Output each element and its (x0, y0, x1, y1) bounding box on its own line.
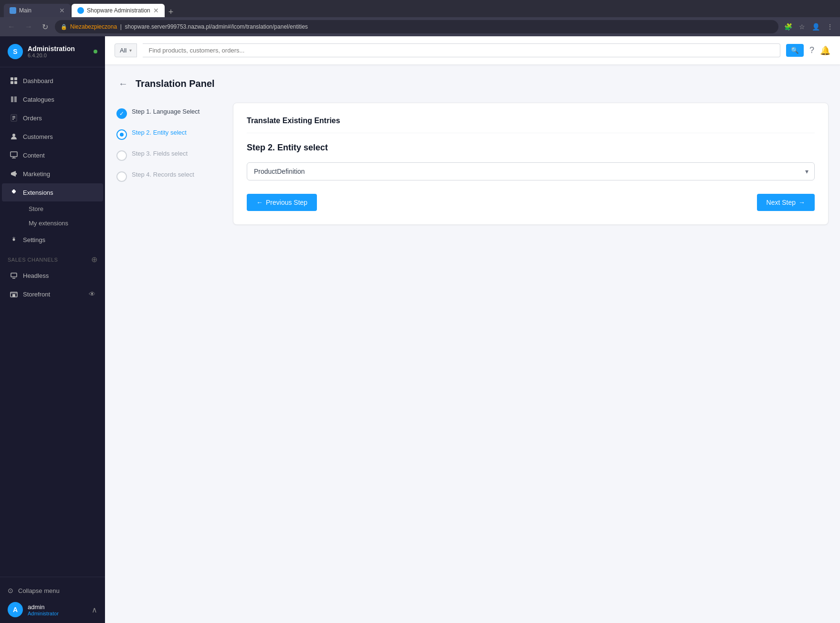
page-content: ← Translation Panel ✓ Step 1. Language S… (105, 65, 840, 623)
page-title: Translation Panel (136, 78, 215, 89)
user-section[interactable]: A admin Administrator ∧ (8, 598, 97, 617)
back-button[interactable]: ← (116, 76, 130, 91)
new-tab-button[interactable]: + (166, 7, 177, 17)
reload-nav-button[interactable]: ↻ (39, 21, 51, 33)
sidebar-item-store[interactable]: Store (23, 202, 103, 216)
user-chevron-icon[interactable]: ∧ (92, 605, 97, 614)
step-3-item[interactable]: Step 3. Fields select (116, 145, 221, 166)
sidebar-app-name: Administration (28, 45, 75, 53)
next-arrow-icon: → (798, 199, 805, 206)
step-4-indicator (116, 171, 127, 182)
sidebar-item-label-settings: Settings (23, 236, 45, 243)
sidebar-item-settings[interactable]: Settings (2, 231, 103, 249)
content-icon (10, 151, 18, 159)
search-type-chevron-icon: ▾ (129, 48, 132, 53)
step-2-indicator (116, 129, 127, 140)
app-layout: S Administration 6.4.20.0 Dashboard Cata… (0, 36, 840, 623)
svg-rect-3 (14, 81, 17, 84)
user-avatar: A (8, 602, 23, 617)
main-area: All ▾ 🔍 ? 🔔 ← Translation Panel (105, 36, 840, 623)
back-nav-button[interactable]: ← (5, 21, 18, 33)
profile-btn[interactable]: 👤 (810, 21, 822, 32)
add-sales-channel-button[interactable]: ⊕ (91, 255, 98, 264)
online-indicator (94, 50, 97, 53)
sidebar-item-customers[interactable]: Customers (2, 127, 103, 146)
forward-nav-button[interactable]: → (22, 21, 35, 33)
address-box[interactable]: 🔒 Niezabezpieczona | shopware.server9997… (55, 20, 778, 33)
menu-btn[interactable]: ⋮ (825, 21, 835, 32)
step-1-indicator: ✓ (116, 108, 127, 119)
sales-channels-section: Sales Channels ⊕ (0, 249, 105, 266)
extensions-nav-icon (10, 188, 18, 197)
sidebar-header: S Administration 6.4.20.0 (0, 36, 105, 67)
next-step-button[interactable]: Next Step → (757, 194, 815, 211)
orders-icon (10, 114, 18, 122)
sidebar-item-extensions[interactable]: Extensions (2, 183, 103, 201)
browser-actions: 🧩 ☆ 👤 ⋮ (782, 21, 835, 32)
user-name: admin (28, 603, 59, 611)
step-1-item[interactable]: ✓ Step 1. Language Select (116, 103, 221, 124)
storefront-icon (10, 290, 18, 298)
entity-select[interactable]: ProductDefinition CategoryDefinition Ord… (247, 163, 814, 180)
sidebar-item-content[interactable]: Content (2, 146, 103, 164)
search-button[interactable]: 🔍 (786, 44, 804, 57)
sidebar-item-catalogues[interactable]: Catalogues (2, 90, 103, 108)
search-input[interactable] (148, 47, 774, 54)
sidebar-item-marketing[interactable]: Marketing (2, 165, 103, 183)
previous-step-button[interactable]: ← Previous Step (247, 194, 317, 211)
main-tab-label: Main (19, 7, 56, 14)
sidebar-item-label-store: Store (29, 205, 43, 212)
address-text: Niezabezpieczona | shopware.server999753… (70, 23, 773, 30)
button-row: ← Previous Step Next Step → (247, 194, 815, 211)
svg-rect-17 (12, 294, 15, 297)
sidebar-item-headless[interactable]: Headless (2, 266, 103, 285)
step-1-label: Step 1. Language Select (132, 107, 200, 116)
previous-step-label: Previous Step (266, 199, 307, 206)
entity-select-wrapper: ProductDefinition CategoryDefinition Ord… (247, 162, 815, 180)
step-2-item[interactable]: Step 2. Entity select (116, 124, 221, 145)
logo-letter: S (13, 48, 17, 55)
sidebar-nav: Dashboard Catalogues Orders Customers (0, 67, 105, 577)
sidebar-footer: ⊙ Collapse menu A admin Administrator ∧ (0, 577, 105, 623)
bookmark-btn[interactable]: ☆ (797, 21, 807, 32)
steps-sidebar: ✓ Step 1. Language Select Step 2. Entity… (116, 103, 221, 225)
sidebar-item-label-marketing: Marketing (23, 170, 50, 178)
search-type-select[interactable]: All ▾ (115, 43, 137, 57)
step-4-label: Step 4. Records select (132, 170, 194, 179)
sidebar-item-orders[interactable]: Orders (2, 109, 103, 127)
sidebar-item-dashboard[interactable]: Dashboard (2, 72, 103, 90)
headless-icon (10, 271, 18, 280)
sidebar-item-my-extensions[interactable]: My extensions (23, 216, 103, 230)
svg-rect-0 (10, 77, 13, 80)
user-role: Administrator (28, 611, 59, 616)
browser-chrome: Main ✕ Shopware Administration ✕ + (0, 0, 840, 17)
address-bar-row: ← → ↻ 🔒 Niezabezpieczona | shopware.serv… (0, 17, 840, 36)
step-2-label: Step 2. Entity select (132, 128, 187, 137)
search-icon: 🔍 (791, 47, 799, 54)
step-2-dot (120, 133, 124, 137)
step-4-item[interactable]: Step 4. Records select (116, 166, 221, 187)
sidebar-item-storefront[interactable]: Storefront 👁 (2, 285, 103, 303)
sidebar-item-label-orders: Orders (23, 115, 42, 122)
sidebar-item-label-catalogues: Catalogues (23, 96, 54, 103)
shopware-tab-close[interactable]: ✕ (153, 7, 159, 14)
extensions-btn[interactable]: 🧩 (782, 21, 794, 32)
sidebar-item-label-customers: Customers (23, 133, 53, 140)
help-button[interactable]: ? (809, 45, 814, 55)
browser-tab-main[interactable]: Main ✕ (4, 4, 71, 17)
sidebar-item-label-content: Content (23, 152, 45, 159)
step-heading: Step 2. Entity select (247, 143, 815, 153)
search-type-label: All (120, 47, 126, 54)
card-section-title: Translate Existing Entries (247, 116, 815, 133)
browser-tab-shopware[interactable]: Shopware Administration ✕ (72, 4, 165, 17)
customers-icon (10, 132, 18, 141)
notifications-button[interactable]: 🔔 (820, 45, 830, 56)
insecure-label: Niezabezpieczona (70, 23, 117, 30)
svg-rect-1 (14, 77, 17, 80)
step-3-indicator (116, 150, 127, 161)
collapse-menu-button[interactable]: ⊙ Collapse menu (8, 583, 97, 598)
page-header: ← Translation Panel (116, 76, 829, 91)
sidebar-version: 6.4.20.0 (28, 53, 75, 58)
main-tab-icon (10, 7, 16, 14)
main-tab-close[interactable]: ✕ (59, 7, 65, 14)
